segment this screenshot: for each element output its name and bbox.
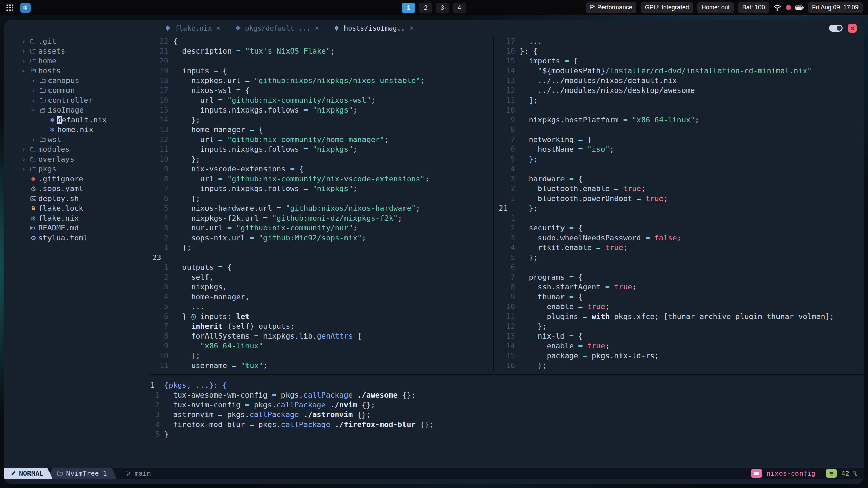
status-segment[interactable]: GPU: Integrated xyxy=(641,2,693,13)
tree-item[interactable]: ❄home.nix xyxy=(4,125,150,135)
tree-item[interactable]: ›controller xyxy=(4,95,150,105)
chevron-icon[interactable]: › xyxy=(20,66,28,75)
workspace-button-1[interactable]: 1 xyxy=(402,3,415,13)
code-line[interactable]: 21 }; xyxy=(496,203,862,213)
code-line[interactable]: 11 inputs.nixpkgs.follows = "nixpkgs"; xyxy=(150,144,493,154)
chevron-icon[interactable]: › xyxy=(19,57,28,65)
clock[interactable]: Fri Aug 09, 17:09 xyxy=(808,2,863,13)
chevron-icon[interactable]: › xyxy=(29,77,38,85)
code-line[interactable]: 3 nixpkgs, xyxy=(150,282,493,292)
code-line[interactable]: 2 bluetooth.enable = true; xyxy=(496,184,862,194)
tree-item[interactable]: .gitignore xyxy=(4,174,150,184)
code-line[interactable]: 11 plugins = with pkgs.xfce; [thunar-arc… xyxy=(496,311,862,321)
code-line[interactable]: 1 tux-awesome-wm-config = pkgs.callPacka… xyxy=(150,390,864,400)
code-line[interactable]: 6 hostName = "iso"; xyxy=(496,144,862,154)
window-close-button[interactable]: × xyxy=(848,24,857,33)
code-line[interactable]: 6 xyxy=(496,262,862,272)
code-line[interactable]: 13 ../../modules/nixos/default.nix xyxy=(496,76,862,85)
code-line[interactable]: 2 sops-nix.url = "github:Mic92/sops-nix"… xyxy=(150,233,493,243)
code-line[interactable]: 5 }; xyxy=(496,154,862,164)
window-toggle[interactable] xyxy=(829,25,843,32)
code-line[interactable]: 5} xyxy=(150,429,864,439)
code-line[interactable]: 6 }; xyxy=(150,194,493,203)
status-segment[interactable]: Home: out xyxy=(697,2,734,13)
chevron-icon[interactable]: › xyxy=(19,165,28,173)
code-line[interactable]: 9 nixpkgs.hostPlatform = "x86_64-linux"; xyxy=(496,115,862,125)
code-line[interactable]: 15 imports = [ xyxy=(496,56,862,66)
code-line[interactable]: 14 "${modulesPath}/installer/cd-dvd/inst… xyxy=(496,66,862,76)
code-line[interactable]: 5 }; xyxy=(496,252,862,262)
code-line[interactable]: 10 }; xyxy=(150,154,493,164)
tree-item[interactable]: ›assets xyxy=(4,46,150,56)
tree-item[interactable]: ›isoImage xyxy=(4,105,150,115)
code-line[interactable]: 6 } @ inputs: let xyxy=(150,311,493,321)
tree-item[interactable]: deploy.sh xyxy=(4,194,150,203)
tree-item[interactable]: ⚙stylua.toml xyxy=(4,233,150,243)
chevron-icon[interactable]: › xyxy=(29,136,38,144)
chevron-icon[interactable]: › xyxy=(19,145,28,154)
code-line[interactable]: 12 url = "github:nix-community/home-mana… xyxy=(150,135,493,144)
code-line[interactable]: 5 ... xyxy=(150,302,493,311)
code-line[interactable]: 4 xyxy=(496,164,862,174)
code-line[interactable]: 13 nix-ld = { xyxy=(496,331,862,341)
tree-item[interactable]: ›.git xyxy=(4,36,150,46)
code-line[interactable]: 8 ssh.startAgent = true; xyxy=(496,282,862,292)
code-line[interactable]: 2 security = { xyxy=(496,223,862,233)
tree-item[interactable]: ❄flake.nix xyxy=(4,213,150,223)
tree-item[interactable]: ›canopus xyxy=(4,76,150,85)
code-line[interactable]: 14 enable = true; xyxy=(496,341,862,351)
code-line[interactable]: 17 ... xyxy=(496,36,862,46)
code-line[interactable]: 18 nixpkgs.url = "github:nixos/nixpkgs/n… xyxy=(150,76,493,85)
code-line[interactable]: 9 "x86_64-linux" xyxy=(150,341,493,351)
code-line[interactable]: 7 inputs.nixpkgs.follows = "nixpkgs"; xyxy=(150,184,493,194)
chevron-icon[interactable]: › xyxy=(29,96,38,104)
tab-flake-nix[interactable]: ❄ flake.nix × xyxy=(158,20,228,36)
tree-item[interactable]: ❄default.nix xyxy=(4,115,150,125)
code-line[interactable]: 17 nixos-wsl = { xyxy=(150,85,493,95)
tab-hosts-isoimage[interactable]: ❄ hosts/isoImag.. × xyxy=(327,20,421,36)
code-line[interactable]: 3 hardware = { xyxy=(496,174,862,184)
code-line[interactable]: 16 }; xyxy=(496,361,862,370)
workspace-button-3[interactable]: 3 xyxy=(436,3,449,13)
code-line[interactable]: 3 nur.url = "github:nix-community/nur"; xyxy=(150,223,493,233)
code-line[interactable]: 8 url = "github:nix-community/nix-vscode… xyxy=(150,174,493,184)
window-separator-vertical[interactable] xyxy=(493,36,494,370)
code-line[interactable]: 4 rtkit.enable = true; xyxy=(496,243,862,252)
code-line[interactable]: 8 xyxy=(496,125,862,135)
tree-item[interactable]: README.md xyxy=(4,223,150,233)
code-line[interactable]: 21 description = "tux's NixOS Flake"; xyxy=(150,46,493,56)
nixos-logo-icon[interactable]: ❄ xyxy=(20,3,31,13)
tab-close-icon[interactable]: × xyxy=(315,24,319,32)
chevron-icon[interactable]: › xyxy=(19,47,28,55)
tree-item[interactable]: ›hosts xyxy=(4,66,150,76)
code-line[interactable]: 3 sudo.wheelNeedsPassword = false; xyxy=(496,233,862,243)
wifi-icon[interactable] xyxy=(773,4,782,12)
tree-item[interactable]: ›pkgs xyxy=(4,164,150,174)
code-line[interactable]: 10 xyxy=(496,105,862,115)
code-line[interactable]: 9 thunar = { xyxy=(496,292,862,302)
code-line[interactable]: 4 firefox-mod-blur = pkgs.callPackage ./… xyxy=(150,420,864,429)
workspace-button-4[interactable]: 4 xyxy=(453,3,466,13)
code-line[interactable]: 9 nix-vscode-extensions = { xyxy=(150,164,493,174)
code-line[interactable]: 10 enable = true; xyxy=(496,302,862,311)
code-line[interactable]: 1 outputs = { xyxy=(150,262,493,272)
status-segment[interactable]: P: Performance xyxy=(586,2,636,13)
code-line[interactable]: 1 }; xyxy=(150,243,493,252)
app-launcher-icon[interactable] xyxy=(5,3,14,12)
code-line[interactable]: 11 username = "tux"; xyxy=(150,361,493,370)
code-line[interactable]: 22{ xyxy=(150,36,493,46)
workspace-button-2[interactable]: 2 xyxy=(419,3,432,13)
code-line[interactable]: 1{pkgs, ...}: { xyxy=(150,380,864,390)
tab-close-icon[interactable]: × xyxy=(216,24,220,32)
code-line[interactable]: 7 programs = { xyxy=(496,272,862,282)
code-line[interactable]: 4 nixpkgs-f2k.url = "github:moni-dz/nixp… xyxy=(150,213,493,223)
code-line[interactable]: 13 home-manager = { xyxy=(150,125,493,135)
code-line[interactable]: 4 home-manager, xyxy=(150,292,493,302)
tree-item[interactable]: flake.lock xyxy=(4,203,150,213)
code-line[interactable]: 12 ../../modules/nixos/desktop/awesome xyxy=(496,85,862,95)
chevron-icon[interactable]: › xyxy=(29,86,38,95)
chevron-icon[interactable]: › xyxy=(19,155,28,163)
indicator-dot-icon[interactable] xyxy=(786,5,791,10)
code-line[interactable]: 1 xyxy=(496,213,862,223)
tree-item[interactable]: ⚙.sops.yaml xyxy=(4,184,150,194)
